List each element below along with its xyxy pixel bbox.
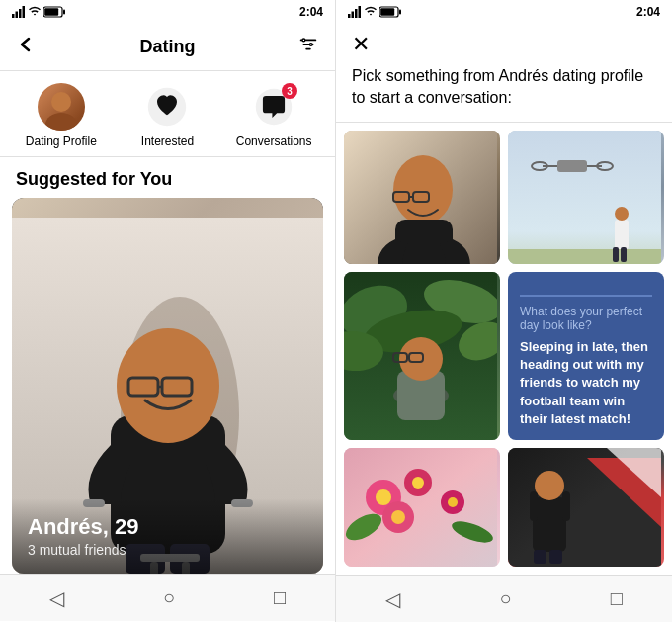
svg-point-73 (412, 477, 424, 489)
svg-rect-1 (16, 12, 19, 19)
grid-photo-6[interactable] (508, 448, 664, 567)
svg-rect-69 (344, 448, 497, 567)
svg-rect-33 (355, 9, 358, 18)
nav-back-button[interactable]: ◁ (30, 578, 84, 618)
left-time: 2:04 (299, 5, 323, 19)
photo-drone (508, 131, 664, 264)
graffiti-svg (508, 448, 661, 567)
svg-point-11 (309, 44, 312, 46)
back-button[interactable] (16, 35, 36, 59)
photo-graffiti (508, 448, 664, 567)
interested-icon-wrap (143, 83, 191, 131)
svg-rect-6 (63, 10, 65, 15)
svg-point-39 (393, 155, 453, 224)
tab-dating-profile[interactable]: Dating Profile (22, 83, 101, 148)
conversations-badge: 3 (282, 83, 297, 99)
squatting-person-svg (344, 131, 497, 264)
svg-point-13 (45, 113, 77, 131)
conversations-icon-wrap: 3 (250, 83, 297, 131)
grid-photo-3[interactable] (344, 272, 500, 440)
text-card-answer: Sleeping in late, then heading out with … (520, 338, 652, 428)
wifi-icon (29, 6, 41, 18)
svg-rect-87 (534, 550, 546, 564)
svg-rect-55 (613, 247, 619, 262)
svg-rect-34 (359, 6, 362, 18)
photo-foliage (344, 272, 500, 440)
left-signal-icons (12, 6, 65, 18)
right-signal-icon (348, 6, 362, 18)
svg-rect-43 (395, 220, 453, 264)
interested-label: Interested (141, 134, 194, 148)
svg-point-54 (615, 207, 629, 221)
right-panel: 2:04 ✕ Pick something from Andrés dating… (336, 0, 672, 622)
grid-photo-2[interactable] (508, 131, 664, 264)
profile-avatar-svg (38, 83, 85, 131)
svg-point-71 (376, 489, 391, 505)
left-header-title: Dating (140, 37, 196, 57)
nav-home-button[interactable]: ○ (143, 578, 195, 617)
heart-icon (147, 87, 187, 127)
close-button[interactable]: ✕ (352, 32, 370, 57)
dating-profile-avatar (38, 83, 85, 131)
back-arrow-icon (16, 35, 36, 54)
svg-rect-5 (44, 8, 58, 16)
svg-point-75 (391, 510, 405, 524)
svg-point-65 (399, 337, 443, 381)
svg-rect-32 (352, 12, 355, 19)
right-nav-back-button[interactable]: ◁ (366, 579, 420, 619)
profile-name: Andrés, 29 (28, 514, 307, 540)
svg-point-12 (51, 92, 71, 112)
profile-card[interactable]: Andrés, 29 3 mutual friends (12, 198, 323, 574)
svg-point-10 (302, 39, 305, 42)
svg-rect-0 (12, 14, 15, 18)
grid-photo-1[interactable] (344, 131, 500, 264)
dating-profile-icon-wrap (38, 83, 85, 131)
text-card-question: What does your perfect day look like? (520, 295, 652, 332)
photo-flowers (344, 448, 500, 567)
right-battery-icon (379, 6, 401, 18)
filter-button[interactable] (297, 34, 319, 60)
photo-squatting (344, 131, 500, 264)
svg-rect-3 (23, 6, 26, 18)
tab-interested[interactable]: Interested (127, 83, 207, 148)
tab-conversations[interactable]: 3 Conversations (234, 83, 313, 148)
right-time: 2:04 (636, 5, 660, 19)
left-nav-bar: ◁ ○ □ (0, 574, 335, 621)
drone-scene-svg (508, 131, 661, 264)
right-status-bar: 2:04 (336, 0, 672, 24)
right-wifi-icon (365, 6, 377, 18)
svg-rect-2 (19, 9, 22, 18)
svg-rect-83 (533, 497, 566, 552)
svg-rect-46 (508, 131, 661, 264)
grid-photo-5[interactable] (344, 448, 500, 567)
svg-rect-31 (348, 14, 351, 18)
svg-rect-85 (530, 491, 538, 521)
foliage-scene-svg (344, 272, 497, 440)
svg-point-84 (535, 471, 564, 500)
right-nav-home-button[interactable]: ○ (479, 579, 531, 618)
right-nav-recents-button[interactable]: □ (591, 579, 642, 618)
svg-rect-47 (508, 249, 661, 264)
profile-mutual: 3 mutual friends (28, 542, 307, 558)
svg-rect-48 (557, 160, 587, 172)
profile-info-overlay: Andrés, 29 3 mutual friends (12, 498, 323, 574)
signal-icon (12, 6, 26, 18)
svg-rect-37 (399, 10, 401, 15)
flowers-svg (344, 448, 497, 567)
profile-grid: What does your perfect day look like? Sl… (336, 123, 672, 575)
battery-icon (43, 6, 65, 18)
nav-recents-button[interactable]: □ (254, 578, 305, 617)
left-status-bar: 2:04 (0, 0, 335, 24)
right-subtitle: Pick something from Andrés dating profil… (352, 65, 656, 110)
tabs-container: Dating Profile Interested 3 Conversation (0, 71, 335, 157)
svg-rect-88 (549, 550, 562, 564)
suggested-title: Suggested for You (0, 157, 335, 198)
svg-rect-56 (621, 247, 627, 262)
grid-text-card[interactable]: What does your perfect day look like? Sl… (508, 272, 664, 440)
svg-rect-36 (380, 8, 394, 16)
svg-rect-53 (615, 220, 629, 249)
left-panel: 2:04 Dating (0, 0, 336, 622)
filter-icon (297, 34, 319, 55)
right-nav-bar: ◁ ○ □ (336, 575, 672, 622)
left-header: Dating (0, 24, 335, 71)
